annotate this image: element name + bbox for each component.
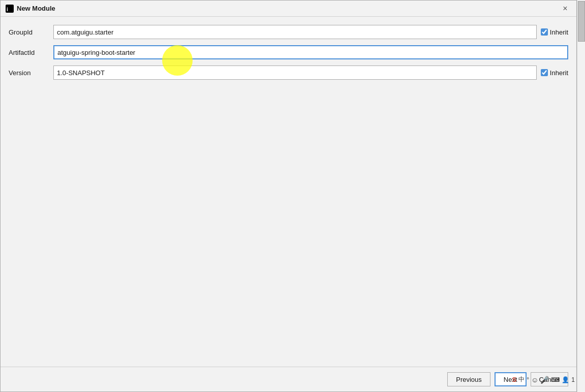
version-inherit-container: Inherit	[541, 69, 568, 77]
tray-emoji: ☺	[531, 376, 538, 384]
artifactid-label: ArtifactId	[9, 49, 49, 56]
dialog-title: New Module	[17, 5, 55, 12]
version-inherit-label: Inherit	[550, 69, 568, 77]
new-module-dialog: i New Module × GroupId Inherit ArtifactI…	[0, 0, 577, 392]
groupid-label: GroupId	[9, 28, 49, 36]
svg-text:i: i	[7, 7, 8, 12]
version-input[interactable]	[53, 66, 537, 80]
tray-keyboard: ⌨	[551, 376, 560, 383]
groupid-row: GroupId Inherit	[9, 25, 568, 39]
dialog-body: GroupId Inherit ArtifactId Version Inher…	[1, 17, 576, 391]
tray-mic: 🎤	[540, 376, 549, 384]
groupid-input[interactable]	[53, 25, 537, 39]
title-left: i New Module	[6, 5, 55, 13]
system-tray: S 中 ° ☺ 🎤 ⌨ 👤 1	[512, 375, 575, 384]
intellij-icon: i	[6, 5, 14, 13]
version-inherit-checkbox[interactable]	[541, 69, 548, 76]
version-row: Version Inherit	[9, 66, 568, 80]
tray-number: 1	[571, 376, 575, 383]
artifactid-input[interactable]	[53, 45, 568, 59]
tray-dot1: °	[527, 376, 529, 383]
ime-s-icon: S	[512, 376, 517, 383]
groupid-inherit-checkbox[interactable]	[541, 28, 548, 36]
ime-zh-icon: 中	[518, 375, 525, 384]
groupid-inherit-label: Inherit	[550, 28, 568, 36]
previous-button[interactable]: Previous	[447, 372, 490, 386]
right-scrollbar[interactable]	[577, 0, 585, 392]
dialog-footer: Previous Next Cancel	[1, 367, 576, 391]
artifactid-row: ArtifactId	[9, 45, 568, 59]
close-button[interactable]: ×	[559, 3, 571, 15]
groupid-inherit-container: Inherit	[541, 28, 568, 36]
tray-person: 👤	[562, 376, 569, 383]
dialog-titlebar: i New Module ×	[1, 1, 576, 17]
scrollbar-thumb	[578, 1, 585, 42]
version-label: Version	[9, 69, 49, 77]
